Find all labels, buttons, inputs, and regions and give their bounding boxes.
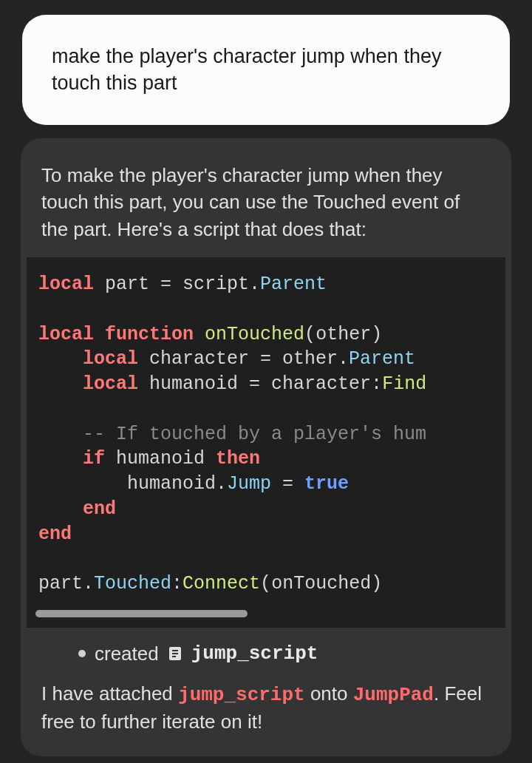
code-content[interactable]: local part = script.Parent local functio… bbox=[27, 272, 505, 597]
inline-code-script: jump_script bbox=[178, 684, 305, 706]
created-label: created bbox=[95, 642, 159, 665]
chat-container: make the player's character jump when th… bbox=[0, 0, 532, 763]
code-block[interactable]: local part = script.Parent local functio… bbox=[27, 257, 505, 628]
code-kw-local: local bbox=[38, 324, 94, 345]
created-file-name[interactable]: jump_script bbox=[191, 642, 318, 665]
code-kw-local: local bbox=[83, 348, 138, 370]
user-message-text: make the player's character jump when th… bbox=[52, 45, 441, 94]
assistant-message-bubble: To make the player's character jump when… bbox=[21, 138, 511, 756]
code-kw-function: function bbox=[105, 324, 194, 345]
code-kw-local: local bbox=[83, 373, 138, 395]
assistant-outro-text: I have attached jump_script onto JumpPad… bbox=[27, 680, 505, 736]
code-kw-if: if bbox=[83, 448, 105, 469]
code-kw-end: end bbox=[38, 523, 72, 545]
code-kw-end: end bbox=[83, 498, 116, 520]
code-scrollbar[interactable] bbox=[35, 610, 497, 617]
code-scrollbar-thumb[interactable] bbox=[35, 610, 248, 617]
code-kw-local: local bbox=[38, 274, 94, 295]
user-message-bubble: make the player's character jump when th… bbox=[22, 15, 510, 125]
code-kw-then: then bbox=[216, 448, 260, 469]
script-file-icon bbox=[166, 645, 184, 662]
bullet-icon bbox=[78, 650, 86, 657]
assistant-intro-text: To make the player's character jump when… bbox=[27, 162, 505, 257]
created-file-row: created jump_script bbox=[27, 628, 505, 680]
inline-code-target: JumpPad bbox=[353, 684, 434, 706]
code-comment: -- If touched by a player's hum bbox=[83, 424, 426, 445]
